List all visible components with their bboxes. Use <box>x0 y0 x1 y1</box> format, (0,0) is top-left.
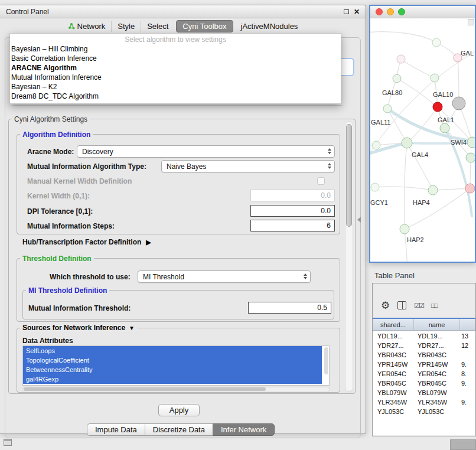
table-header-row: shared... name <box>373 318 475 331</box>
algorithm-combobox-fragment[interactable] <box>340 58 354 76</box>
column-header-shared-name[interactable]: shared... <box>373 319 414 330</box>
column-header-name[interactable]: name <box>414 319 460 330</box>
network-node[interactable] <box>397 55 405 63</box>
tab-impute-data[interactable]: Impute Data <box>87 423 145 436</box>
network-edge[interactable] <box>370 32 436 43</box>
table-row[interactable]: YDL19...YDL19...13 <box>373 331 475 341</box>
table-row[interactable]: YLR345WYLR345W9. <box>373 397 475 407</box>
algorithm-option[interactable]: Mutual Information Inference <box>10 73 341 82</box>
attribute-option[interactable]: gal4RGexp <box>23 374 322 384</box>
attribute-option[interactable]: BetweennessCentrality <box>23 365 322 374</box>
network-node[interactable] <box>383 105 392 113</box>
table-toolbar: ⚙ ☑☑ □□ <box>381 299 436 312</box>
which-threshold-value: MI Threshold <box>143 273 184 281</box>
tab-label: Cyni Toolbox <box>182 22 226 31</box>
network-node[interactable] <box>452 97 465 110</box>
network-node[interactable] <box>371 183 379 191</box>
table-row[interactable]: YDR27...YDR27...12 <box>373 341 475 350</box>
tab-cyni-toolbox[interactable]: Cyni Toolbox <box>176 20 233 32</box>
hub-transcription-factor-section[interactable]: Hub/Transcription Factor Definition ▶ <box>22 238 151 246</box>
splitter-collapse-arrow[interactable] <box>357 217 361 223</box>
table-row[interactable]: YBL079WYBL079W <box>373 388 475 397</box>
tab-infer-network[interactable]: Infer Network <box>213 423 275 436</box>
attribute-option[interactable]: TopologicalCoefficient <box>23 356 322 365</box>
network-node[interactable] <box>432 38 441 47</box>
network-edge[interactable] <box>405 188 470 229</box>
settings-gear-icon[interactable]: ⚙ <box>381 301 390 311</box>
network-edge[interactable] <box>433 188 470 190</box>
algorithm-option-selected[interactable]: ARACNE Algorithm <box>10 63 341 73</box>
float-window-icon[interactable] <box>344 9 349 14</box>
network-edge[interactable] <box>404 143 407 229</box>
control-panel-titlebar[interactable]: Control Panel ✕ <box>0 5 366 18</box>
network-node[interactable] <box>400 224 409 234</box>
algorithm-option[interactable]: Bayesian – Hill Climbing <box>10 44 341 54</box>
minimize-traffic-light[interactable] <box>387 8 394 15</box>
mi-algorithm-type-select[interactable]: Naive Bayes <box>161 160 335 172</box>
tab-jactivemnodules[interactable]: jActiveMNodules <box>235 21 304 32</box>
network-node[interactable] <box>465 184 475 193</box>
table-cell: 9. <box>460 361 475 368</box>
tab-discretize-data[interactable]: Discretize Data <box>145 423 213 436</box>
network-node[interactable] <box>402 138 412 148</box>
dpi-tolerance-field[interactable]: 0.0 <box>250 205 335 217</box>
table-cell: YDL19... <box>414 332 460 340</box>
network-edge[interactable] <box>458 58 459 103</box>
which-threshold-select[interactable]: MI Threshold <box>138 270 311 283</box>
algorithm-option[interactable]: Basic Correlation Inference <box>10 54 341 63</box>
scrollbar-corner <box>468 19 474 25</box>
hub-section-label: Hub/Transcription Factor Definition <box>22 238 141 246</box>
table-row[interactable]: YBR045CYBR045C9. <box>373 379 475 388</box>
network-node[interactable] <box>428 185 438 195</box>
network-node[interactable] <box>466 153 475 162</box>
network-window-titlebar[interactable] <box>370 6 475 18</box>
tab-network[interactable]: Network <box>62 21 112 32</box>
table-row[interactable]: YJL053CYJL053C <box>373 407 475 416</box>
cyni-settings-group-title: Cyni Algorithm Settings <box>12 115 90 123</box>
table-row[interactable]: YER054CYER054C8. <box>373 369 475 379</box>
network-canvas[interactable]: GALGAL80GAL10GAL11GAL1SWI4GAL4GCY1HAP4HA… <box>370 18 475 262</box>
algorithm-option[interactable]: Bayesian – K2 <box>10 82 341 92</box>
tab-select[interactable]: Select <box>141 21 174 32</box>
network-edge[interactable] <box>375 187 433 190</box>
network-node[interactable] <box>431 74 439 82</box>
aracne-mode-select[interactable]: Discovery <box>77 145 335 158</box>
columns-icon[interactable] <box>397 301 406 309</box>
mi-steps-field[interactable]: 6 <box>250 220 335 231</box>
table-row[interactable]: YPR145WYPR145W9. <box>373 360 475 369</box>
close-icon[interactable]: ✕ <box>354 8 360 15</box>
network-edge[interactable] <box>401 59 435 78</box>
manual-kernel-width-label: Manual Kernel Width Definition <box>27 177 132 185</box>
apply-button[interactable]: Apply <box>158 404 200 416</box>
network-node[interactable] <box>467 137 475 148</box>
minimized-panel-icon[interactable] <box>4 439 12 446</box>
network-edge[interactable] <box>407 143 433 190</box>
network-graph[interactable]: GALGAL80GAL10GAL11GAL1SWI4GAL4GCY1HAP4HA… <box>370 18 475 262</box>
table-row[interactable]: YBR043CYBR043C <box>373 350 475 360</box>
combo-arrows-icon <box>328 148 331 154</box>
table-cell: YBR043C <box>373 351 414 358</box>
tab-style[interactable]: Style <box>111 21 141 32</box>
control-panel-window: Control Panel ✕ Network Style Select Cyn… <box>0 5 366 434</box>
mi-threshold-field[interactable]: 0.5 <box>248 302 331 314</box>
close-traffic-light[interactable] <box>376 8 383 15</box>
network-node[interactable] <box>372 141 380 149</box>
network-edge[interactable] <box>407 107 438 143</box>
control-panel-tab-bar: Network Style Select Cyni Toolbox jActiv… <box>0 19 366 33</box>
column-header-cut[interactable] <box>460 319 475 330</box>
attribute-option[interactable]: SelfLoops <box>23 346 322 356</box>
zoom-traffic-light[interactable] <box>398 8 405 15</box>
settings-scrollbar-thumb[interactable] <box>346 124 352 227</box>
attribute-list-vertical-scrollbar[interactable] <box>324 347 328 374</box>
sources-group-header[interactable]: Sources for Network Inference ▼ <box>20 324 137 332</box>
network-node-label: HAP4 <box>413 199 430 206</box>
select-all-icon[interactable]: ☑☑ <box>414 302 423 309</box>
table-cell: YLR345W <box>414 399 460 406</box>
algorithm-option[interactable]: Dream8 DC_TDC Algorithm <box>10 92 341 101</box>
attribute-list-horizontal-scrollbar-thumb[interactable] <box>24 387 266 391</box>
network-node[interactable] <box>393 74 401 83</box>
network-node[interactable] <box>440 123 449 133</box>
deselect-all-icon[interactable]: □□ <box>431 302 436 309</box>
table-cell: YER054C <box>373 370 414 377</box>
network-node[interactable] <box>433 102 442 112</box>
